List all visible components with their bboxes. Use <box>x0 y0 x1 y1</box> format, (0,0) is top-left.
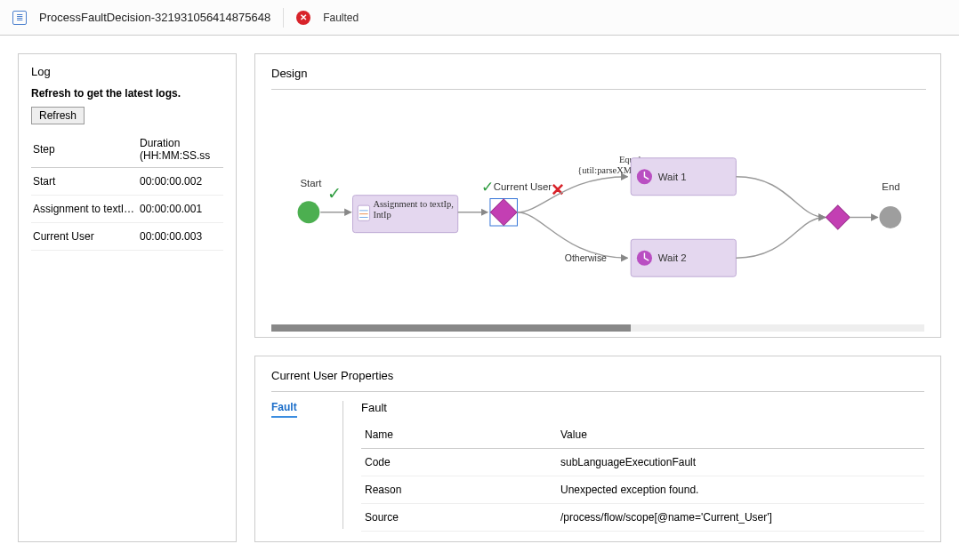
log-dur: 00:00:00.002 <box>138 168 223 196</box>
log-panel: Log Refresh to get the latest logs. Refr… <box>18 53 237 542</box>
fault-row: Code subLanguageExecutionFault <box>361 449 924 476</box>
log-row[interactable]: Assignment to textIp, In... 00:00:00.001 <box>31 196 223 223</box>
separator <box>283 8 284 28</box>
flow-canvas[interactable]: Start ✓ Assignment to textIp, IntIp <box>271 95 924 321</box>
process-icon: ≣ <box>12 11 27 25</box>
fault-value: Unexpected exception found. <box>557 476 924 503</box>
node-merge[interactable] <box>826 205 850 229</box>
design-panel: Design Start ✓ <box>254 53 941 338</box>
node-current-user-label: Current User <box>494 181 552 192</box>
canvas-scrollbar[interactable] <box>271 324 924 332</box>
fault-col-value: Value <box>557 421 924 448</box>
node-start[interactable] <box>298 201 320 223</box>
node-decision[interactable] <box>490 199 517 226</box>
scrollbar-thumb[interactable] <box>271 324 631 332</box>
log-dur: 00:00:00.001 <box>138 196 223 223</box>
log-step: Assignment to textIp, In... <box>31 196 138 223</box>
node-end[interactable] <box>879 206 901 228</box>
log-table: Step Duration (HH:MM:SS.ss Start 00:00:0… <box>31 133 223 251</box>
fault-section-title: Fault <box>361 401 924 414</box>
node-assignment-label: Assignment to textIp, IntIp <box>373 199 455 221</box>
log-dur: 00:00:00.003 <box>138 223 223 251</box>
fault-name: Source <box>361 504 557 531</box>
log-step: Current User <box>31 223 138 251</box>
fault-col-name: Name <box>361 421 557 448</box>
fault-value: subLanguageExecutionFault <box>557 449 924 476</box>
fault-row: Reason Unexpected exception found. <box>361 476 924 504</box>
node-wait1-label: Wait 1 <box>658 172 687 182</box>
properties-panel: Current User Properties Fault Fault Name… <box>254 356 941 542</box>
design-title: Design <box>271 67 926 90</box>
fault-value: /process/flow/scope[@name='Current_User'… <box>557 504 924 531</box>
svg-rect-1 <box>358 205 369 220</box>
error-x-icon: ✕ <box>551 180 565 199</box>
log-col-duration: Duration (HH:MM:SS.ss <box>138 133 223 168</box>
log-title: Log <box>31 65 223 78</box>
log-row[interactable]: Current User 00:00:00.003 <box>31 223 223 251</box>
page-title: ProcessFaultDecision-321931056414875648 <box>39 11 270 24</box>
error-icon: ✕ <box>296 11 310 25</box>
log-step: Start <box>31 168 138 196</box>
check-icon: ✓ <box>327 184 342 203</box>
edge-otherwise-label: Otherwise <box>565 253 607 263</box>
fault-name: Reason <box>361 476 557 503</box>
log-refresh-message: Refresh to get the latest logs. <box>31 87 223 100</box>
fault-name: Code <box>361 449 557 476</box>
node-start-label: Start <box>300 178 322 188</box>
node-end-label: End <box>882 181 899 192</box>
status-badge: Faulted <box>323 12 359 24</box>
tab-fault[interactable]: Fault <box>271 401 297 418</box>
properties-title: Current User Properties <box>271 369 924 392</box>
fault-row: Source /process/flow/scope[@name='Curren… <box>361 504 924 532</box>
header-bar: ≣ ProcessFaultDecision-32193105641487564… <box>0 0 959 36</box>
node-wait2-label: Wait 2 <box>658 252 687 263</box>
log-row[interactable]: Start 00:00:00.002 <box>31 168 223 196</box>
refresh-button[interactable]: Refresh <box>31 107 85 124</box>
log-col-step: Step <box>31 133 138 168</box>
properties-tabs: Fault <box>271 401 325 529</box>
check-icon: ✓ <box>481 178 494 196</box>
